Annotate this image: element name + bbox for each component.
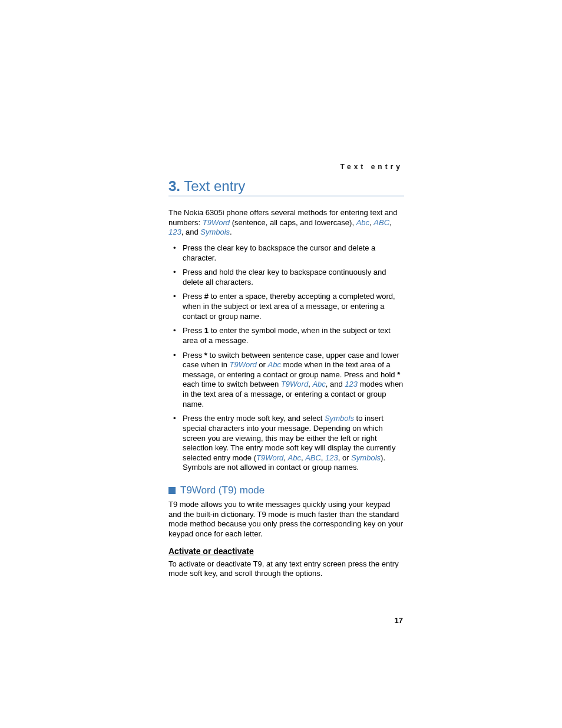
bullet-item-6: Press the entry mode soft key, and selec… (168, 414, 404, 473)
bullet-item-1: Press the clear key to backspace the cur… (168, 243, 404, 263)
b4-one: 1 (204, 326, 209, 335)
bullet-item-3: Press # to enter a space, thereby accept… (168, 292, 404, 321)
link-123[interactable]: 123 (168, 228, 181, 236)
page-number: 17 (395, 616, 403, 625)
link-symbols-b6a[interactable]: Symbols (325, 414, 354, 423)
link-abc-caps[interactable]: ABC (373, 218, 389, 227)
section-title: T9Word (T9) mode (180, 485, 265, 496)
b5-star2: * (397, 370, 400, 379)
link-t9word-b5a[interactable]: T9Word (230, 360, 257, 369)
bullet-item-4: Press 1 to enter the symbol mode, when i… (168, 326, 404, 345)
b3-post: to enter a space, thereby accepting a co… (183, 292, 395, 320)
b5-sep2: , and (326, 380, 345, 388)
section-heading-t9word: T9Word (T9) mode (168, 485, 404, 496)
intro-after-t9: (sentence, all caps, and lowercase), (230, 218, 356, 227)
b5-mid3: each time to switch between (183, 380, 281, 388)
running-header: Text entry (168, 163, 404, 171)
link-t9word-b6[interactable]: T9Word (256, 453, 283, 462)
chapter-number: 3. (168, 178, 180, 194)
link-123-b6[interactable]: 123 (325, 453, 338, 462)
bullet-list: Press the clear key to backspace the cur… (168, 243, 404, 473)
link-t9word[interactable]: T9Word (203, 218, 230, 227)
link-abc-caps-b6[interactable]: ABC (305, 453, 321, 462)
b3-hash: # (204, 292, 209, 301)
link-abc-b5a[interactable]: Abc (268, 360, 281, 369)
subsection-heading-activate: Activate or deactivate (168, 546, 404, 556)
link-abc-b6[interactable]: Abc (287, 453, 300, 462)
content-area: Text entry 3. Text entry The Nokia 6305i… (168, 163, 404, 586)
subsection-paragraph: To activate or deactivate T9, at any tex… (168, 559, 404, 579)
b6-s3: , (321, 453, 325, 462)
b5-pre: Press (183, 351, 204, 360)
link-t9word-b5b[interactable]: T9Word (281, 380, 308, 388)
b5-or: or (257, 360, 268, 369)
chapter-heading: 3. Text entry (168, 178, 404, 196)
section-paragraph: T9 mode allows you to write messages qui… (168, 500, 404, 539)
intro-sep3: , and (181, 228, 201, 236)
intro-paragraph: The Nokia 6305i phone offers several met… (168, 208, 404, 238)
link-symbols-b6b[interactable]: Symbols (351, 453, 381, 462)
chapter-title: Text entry (184, 178, 245, 194)
b6-s4: , or (338, 453, 351, 462)
bullet-item-5: Press * to switch between sentence case,… (168, 351, 404, 410)
intro-period: . (230, 228, 232, 236)
b4-post: to enter the symbol mode, when in the su… (183, 326, 391, 345)
link-symbols[interactable]: Symbols (200, 228, 230, 236)
link-abc-mixed[interactable]: Abc (356, 218, 369, 227)
b3-pre: Press (183, 292, 204, 301)
page-container: Text entry 3. Text entry The Nokia 6305i… (0, 0, 562, 728)
b6-pre: Press the entry mode soft key, and selec… (183, 414, 325, 423)
bullet-item-2: Press and hold the clear key to backspac… (168, 268, 404, 287)
link-123-b5[interactable]: 123 (345, 380, 358, 388)
intro-sep2: , (389, 218, 392, 227)
link-abc-b5b[interactable]: Abc (312, 380, 325, 388)
square-bullet-icon (168, 487, 176, 494)
b4-pre: Press (183, 326, 204, 335)
